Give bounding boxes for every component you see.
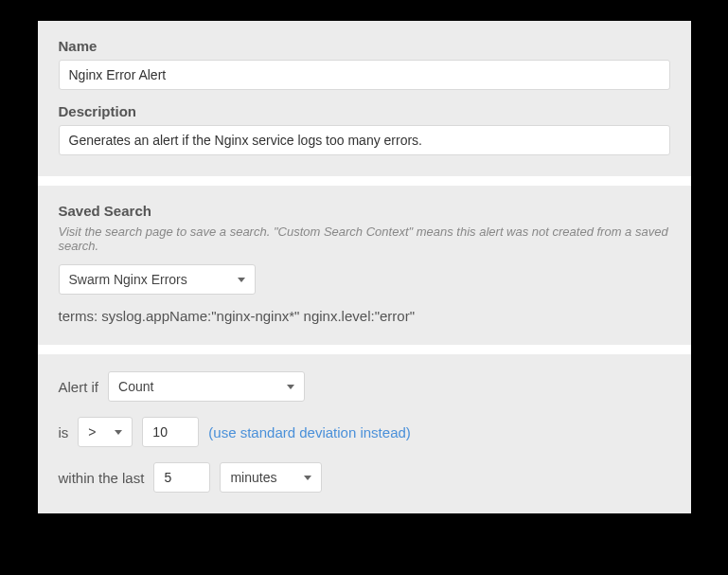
- saved-search-label: Saved Search: [59, 203, 670, 219]
- chevron-down-icon: [238, 278, 245, 282]
- alert-config-form: Name Description Saved Search Visit the …: [38, 21, 691, 513]
- is-label: is: [59, 424, 69, 440]
- operator-selected: >: [88, 424, 96, 440]
- panel-condition: Alert if Count is > (use standard deviat…: [38, 354, 691, 513]
- unit-selected: minutes: [230, 470, 276, 485]
- panel-separator: [38, 176, 691, 186]
- chevron-down-icon: [287, 385, 294, 389]
- stddev-link[interactable]: (use standard deviation instead): [208, 424, 410, 440]
- name-label: Name: [59, 38, 670, 54]
- field-name: Name: [59, 38, 670, 90]
- saved-search-terms: terms: syslog.appName:"nginx-nginx*" ngi…: [59, 308, 670, 324]
- chevron-down-icon: [304, 476, 311, 480]
- within-label: within the last: [59, 470, 145, 486]
- panel-saved-search: Saved Search Visit the search page to sa…: [38, 186, 691, 345]
- within-input[interactable]: [153, 462, 210, 493]
- description-input[interactable]: [59, 125, 670, 155]
- row-is: is > (use standard deviation instead): [59, 417, 670, 447]
- metric-select[interactable]: Count: [108, 371, 305, 402]
- unit-select[interactable]: minutes: [220, 462, 322, 493]
- saved-search-select[interactable]: Swarm Nginx Errors: [59, 264, 256, 295]
- saved-search-hint: Visit the search page to save a search. …: [59, 225, 670, 253]
- field-description: Description: [59, 103, 670, 155]
- name-input[interactable]: [59, 60, 670, 90]
- panel-basic: Name Description: [38, 21, 691, 176]
- row-alert-if: Alert if Count: [59, 371, 670, 402]
- chevron-down-icon: [115, 430, 122, 435]
- operator-select[interactable]: >: [78, 417, 133, 447]
- metric-selected: Count: [118, 379, 153, 394]
- alert-if-label: Alert if: [59, 379, 99, 395]
- row-within: within the last minutes: [59, 462, 670, 493]
- description-label: Description: [59, 103, 670, 119]
- saved-search-selected: Swarm Nginx Errors: [69, 272, 187, 287]
- threshold-input[interactable]: [142, 417, 199, 447]
- panel-separator: [38, 345, 691, 354]
